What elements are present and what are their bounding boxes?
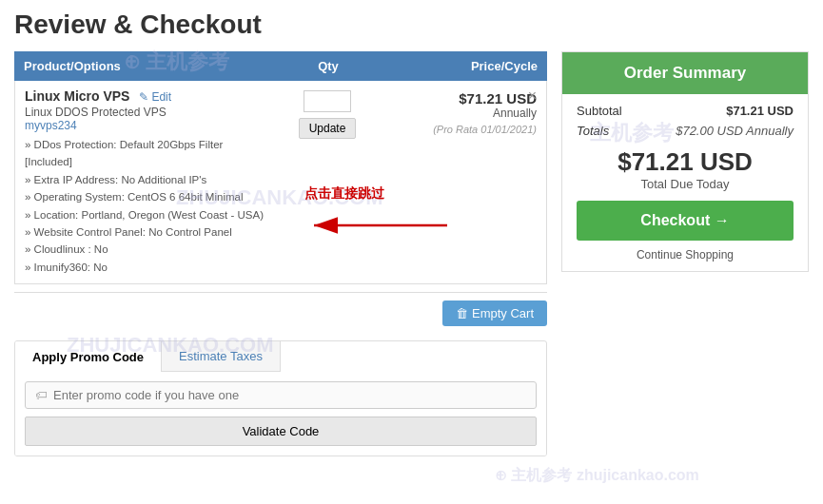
product-name: Linux Micro VPS (25, 88, 129, 104)
page-title: Review & Checkout (14, 10, 809, 40)
checkout-button[interactable]: Checkout → (577, 201, 794, 241)
empty-cart-button[interactable]: 🗑 Empty Cart (442, 300, 547, 326)
price-cycle: Annually (384, 107, 537, 120)
product-id: myvps234 (25, 119, 270, 132)
due-label: Total Due Today (577, 177, 794, 191)
promo-input-wrapper: 🏷 (25, 381, 537, 409)
watermark-5: ⊕ 主机参考 zhujicankao.com (495, 466, 699, 486)
pro-rata: (Pro Rata 01/01/2021) (384, 124, 537, 135)
subtotal-row: Subtotal $71.21 USD (577, 104, 794, 118)
order-summary: Order Summary Subtotal $71.21 USD Totals… (561, 51, 809, 272)
qty-input[interactable]: 1 (304, 90, 351, 112)
tab-apply-promo[interactable]: Apply Promo Code (15, 341, 162, 372)
totals-value: $72.00 USD Annually (676, 124, 794, 138)
remove-button[interactable]: × (528, 88, 537, 104)
promo-input[interactable] (53, 388, 526, 402)
product-subtitle: Linux DDOS Protected VPS (25, 106, 270, 119)
col-header-qty: Qty (271, 59, 385, 73)
price-amount: $71.21 USD (384, 90, 537, 107)
table-header: Product/Options Qty Price/Cycle (14, 51, 547, 81)
promo-tabs: Apply Promo Code Estimate Taxes (15, 341, 546, 372)
promo-icon: 🏷 (35, 388, 48, 402)
product-name-line: Linux Micro VPS ✎ Edit (25, 88, 270, 104)
subtotal-label: Subtotal (577, 104, 622, 118)
totals-row: Totals $72.00 USD Annually (577, 124, 794, 138)
totals-label: Totals (577, 124, 609, 138)
update-button[interactable]: Update (299, 118, 357, 139)
due-today: $71.21 USD Total Due Today (577, 147, 794, 191)
tab-estimate-taxes[interactable]: Estimate Taxes (162, 341, 281, 372)
order-summary-header: Order Summary (562, 52, 808, 94)
edit-link[interactable]: ✎ Edit (139, 90, 171, 104)
product-details: » DDos Protection: Default 20Gbps Filter… (25, 136, 270, 276)
col-header-price: Price/Cycle (385, 59, 538, 73)
bottom-bar: 🗑 Empty Cart (14, 292, 547, 326)
subtotal-value: $71.21 USD (726, 104, 794, 118)
promo-section: Apply Promo Code Estimate Taxes 🏷 Valida… (14, 340, 547, 456)
validate-code-button[interactable]: Validate Code (25, 417, 537, 446)
left-panel: Product/Options Qty Price/Cycle Linux Mi… (14, 51, 547, 456)
due-amount: $71.21 USD (577, 147, 794, 177)
product-row: Linux Micro VPS ✎ Edit Linux DDOS Protec… (14, 81, 547, 284)
promo-body: 🏷 Validate Code (15, 372, 546, 456)
summary-body: Subtotal $71.21 USD Totals $72.00 USD An… (562, 94, 808, 271)
product-info: Linux Micro VPS ✎ Edit Linux DDOS Protec… (25, 88, 270, 276)
qty-column: 1 Update (270, 88, 384, 139)
right-panel: Order Summary Subtotal $71.21 USD Totals… (561, 51, 809, 456)
col-header-product: Product/Options (24, 59, 271, 73)
price-column: × $71.21 USD Annually (Pro Rata 01/01/20… (384, 88, 537, 135)
continue-shopping[interactable]: Continue Shopping (577, 248, 794, 262)
